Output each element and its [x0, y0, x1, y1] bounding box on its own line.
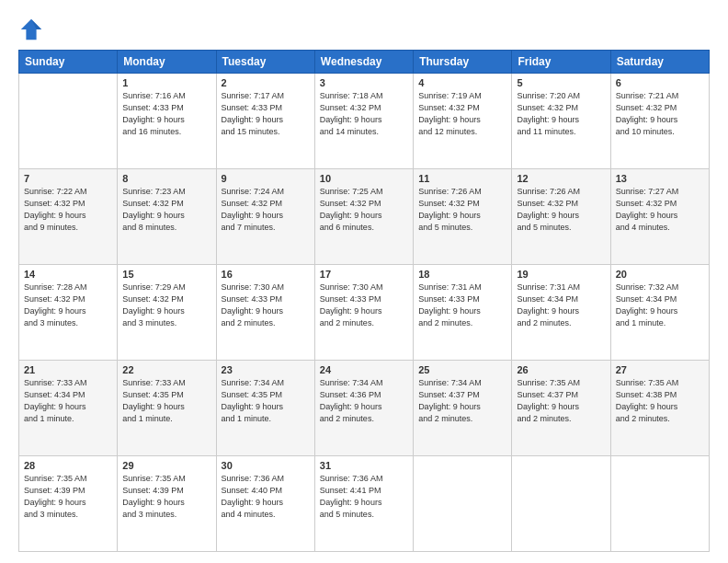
day-info: Sunrise: 7:25 AM Sunset: 4:32 PM Dayligh…	[320, 186, 408, 234]
day-cell: 27Sunrise: 7:35 AM Sunset: 4:38 PM Dayli…	[610, 361, 709, 456]
day-info: Sunrise: 7:22 AM Sunset: 4:32 PM Dayligh…	[24, 186, 112, 234]
day-cell: 13Sunrise: 7:27 AM Sunset: 4:32 PM Dayli…	[610, 169, 709, 265]
day-header: Thursday	[414, 51, 512, 74]
day-cell: 2Sunrise: 7:17 AM Sunset: 4:33 PM Daylig…	[216, 74, 314, 169]
day-cell	[610, 456, 709, 552]
day-cell: 25Sunrise: 7:34 AM Sunset: 4:37 PM Dayli…	[414, 361, 512, 456]
day-cell: 19Sunrise: 7:31 AM Sunset: 4:34 PM Dayli…	[512, 265, 610, 361]
day-info: Sunrise: 7:35 AM Sunset: 4:38 PM Dayligh…	[616, 377, 704, 425]
day-info: Sunrise: 7:29 AM Sunset: 4:32 PM Dayligh…	[122, 282, 210, 329]
day-info: Sunrise: 7:32 AM Sunset: 4:34 PM Dayligh…	[616, 282, 704, 329]
day-cell: 29Sunrise: 7:35 AM Sunset: 4:39 PM Dayli…	[118, 456, 216, 552]
day-cell: 10Sunrise: 7:25 AM Sunset: 4:32 PM Dayli…	[314, 169, 413, 265]
calendar: SundayMondayTuesdayWednesdayThursdayFrid…	[18, 50, 710, 552]
day-number: 29	[122, 460, 210, 471]
day-info: Sunrise: 7:26 AM Sunset: 4:32 PM Dayligh…	[517, 186, 605, 234]
day-number: 21	[24, 364, 112, 375]
week-row: 14Sunrise: 7:28 AM Sunset: 4:32 PM Dayli…	[19, 265, 710, 361]
day-number: 16	[222, 269, 310, 280]
day-cell	[414, 456, 512, 552]
day-cell: 17Sunrise: 7:30 AM Sunset: 4:33 PM Dayli…	[314, 265, 413, 361]
day-cell: 5Sunrise: 7:20 AM Sunset: 4:32 PM Daylig…	[512, 74, 610, 169]
day-cell: 24Sunrise: 7:34 AM Sunset: 4:36 PM Dayli…	[314, 361, 413, 456]
day-info: Sunrise: 7:35 AM Sunset: 4:39 PM Dayligh…	[122, 473, 210, 521]
day-cell: 21Sunrise: 7:33 AM Sunset: 4:34 PM Dayli…	[19, 361, 118, 456]
day-number: 24	[320, 364, 408, 375]
day-info: Sunrise: 7:30 AM Sunset: 4:33 PM Dayligh…	[222, 282, 310, 329]
day-number: 25	[418, 364, 506, 375]
day-cell: 14Sunrise: 7:28 AM Sunset: 4:32 PM Dayli…	[19, 265, 118, 361]
day-info: Sunrise: 7:17 AM Sunset: 4:33 PM Dayligh…	[222, 90, 310, 138]
day-number: 12	[517, 173, 605, 184]
day-cell: 18Sunrise: 7:31 AM Sunset: 4:33 PM Dayli…	[414, 265, 512, 361]
day-info: Sunrise: 7:19 AM Sunset: 4:32 PM Dayligh…	[418, 90, 506, 138]
day-number: 31	[320, 460, 408, 471]
day-number: 8	[122, 173, 210, 184]
day-cell: 3Sunrise: 7:18 AM Sunset: 4:32 PM Daylig…	[314, 74, 413, 169]
logo	[18, 17, 48, 42]
day-cell: 11Sunrise: 7:26 AM Sunset: 4:32 PM Dayli…	[414, 169, 512, 265]
day-info: Sunrise: 7:31 AM Sunset: 4:33 PM Dayligh…	[418, 282, 506, 329]
day-number: 22	[122, 364, 210, 375]
day-info: Sunrise: 7:30 AM Sunset: 4:33 PM Dayligh…	[320, 282, 408, 329]
day-info: Sunrise: 7:28 AM Sunset: 4:32 PM Dayligh…	[24, 282, 112, 329]
page: SundayMondayTuesdayWednesdayThursdayFrid…	[0, 0, 728, 563]
logo-icon	[18, 17, 44, 42]
day-number: 5	[517, 77, 605, 88]
day-cell: 4Sunrise: 7:19 AM Sunset: 4:32 PM Daylig…	[414, 74, 512, 169]
day-number: 2	[222, 77, 310, 88]
day-info: Sunrise: 7:34 AM Sunset: 4:36 PM Dayligh…	[320, 377, 408, 425]
day-info: Sunrise: 7:34 AM Sunset: 4:37 PM Dayligh…	[418, 377, 506, 425]
day-header: Saturday	[610, 51, 709, 74]
day-number: 3	[320, 77, 408, 88]
day-number: 10	[320, 173, 408, 184]
day-info: Sunrise: 7:33 AM Sunset: 4:34 PM Dayligh…	[24, 377, 112, 425]
day-header: Sunday	[19, 51, 118, 74]
day-number: 6	[616, 77, 704, 88]
day-number: 13	[616, 173, 704, 184]
day-info: Sunrise: 7:21 AM Sunset: 4:32 PM Dayligh…	[616, 90, 704, 138]
day-cell: 26Sunrise: 7:35 AM Sunset: 4:37 PM Dayli…	[512, 361, 610, 456]
day-number: 30	[222, 460, 310, 471]
header	[18, 17, 710, 42]
day-cell: 6Sunrise: 7:21 AM Sunset: 4:32 PM Daylig…	[610, 74, 709, 169]
day-number: 14	[24, 269, 112, 280]
day-cell: 15Sunrise: 7:29 AM Sunset: 4:32 PM Dayli…	[118, 265, 216, 361]
week-row: 21Sunrise: 7:33 AM Sunset: 4:34 PM Dayli…	[19, 361, 710, 456]
day-cell: 23Sunrise: 7:34 AM Sunset: 4:35 PM Dayli…	[216, 361, 314, 456]
day-cell: 12Sunrise: 7:26 AM Sunset: 4:32 PM Dayli…	[512, 169, 610, 265]
day-number: 27	[616, 364, 704, 375]
day-cell: 28Sunrise: 7:35 AM Sunset: 4:39 PM Dayli…	[19, 456, 118, 552]
day-cell: 16Sunrise: 7:30 AM Sunset: 4:33 PM Dayli…	[216, 265, 314, 361]
day-info: Sunrise: 7:36 AM Sunset: 4:40 PM Dayligh…	[222, 473, 310, 521]
day-number: 23	[222, 364, 310, 375]
header-row: SundayMondayTuesdayWednesdayThursdayFrid…	[19, 51, 710, 74]
day-cell	[19, 74, 118, 169]
day-cell: 22Sunrise: 7:33 AM Sunset: 4:35 PM Dayli…	[118, 361, 216, 456]
day-info: Sunrise: 7:35 AM Sunset: 4:39 PM Dayligh…	[24, 473, 112, 521]
day-number: 11	[418, 173, 506, 184]
week-row: 7Sunrise: 7:22 AM Sunset: 4:32 PM Daylig…	[19, 169, 710, 265]
week-row: 28Sunrise: 7:35 AM Sunset: 4:39 PM Dayli…	[19, 456, 710, 552]
day-info: Sunrise: 7:24 AM Sunset: 4:32 PM Dayligh…	[222, 186, 310, 234]
day-info: Sunrise: 7:27 AM Sunset: 4:32 PM Dayligh…	[616, 186, 704, 234]
day-header: Tuesday	[216, 51, 314, 74]
day-info: Sunrise: 7:20 AM Sunset: 4:32 PM Dayligh…	[517, 90, 605, 138]
day-header: Wednesday	[314, 51, 413, 74]
day-cell: 9Sunrise: 7:24 AM Sunset: 4:32 PM Daylig…	[216, 169, 314, 265]
day-header: Monday	[118, 51, 216, 74]
day-number: 26	[517, 364, 605, 375]
day-info: Sunrise: 7:35 AM Sunset: 4:37 PM Dayligh…	[517, 377, 605, 425]
day-info: Sunrise: 7:34 AM Sunset: 4:35 PM Dayligh…	[222, 377, 310, 425]
week-row: 1Sunrise: 7:16 AM Sunset: 4:33 PM Daylig…	[19, 74, 710, 169]
day-cell: 31Sunrise: 7:36 AM Sunset: 4:41 PM Dayli…	[314, 456, 413, 552]
day-cell: 20Sunrise: 7:32 AM Sunset: 4:34 PM Dayli…	[610, 265, 709, 361]
day-cell: 7Sunrise: 7:22 AM Sunset: 4:32 PM Daylig…	[19, 169, 118, 265]
day-info: Sunrise: 7:23 AM Sunset: 4:32 PM Dayligh…	[122, 186, 210, 234]
day-number: 17	[320, 269, 408, 280]
day-number: 20	[616, 269, 704, 280]
day-number: 9	[222, 173, 310, 184]
day-cell	[512, 456, 610, 552]
day-number: 7	[24, 173, 112, 184]
day-number: 1	[122, 77, 210, 88]
